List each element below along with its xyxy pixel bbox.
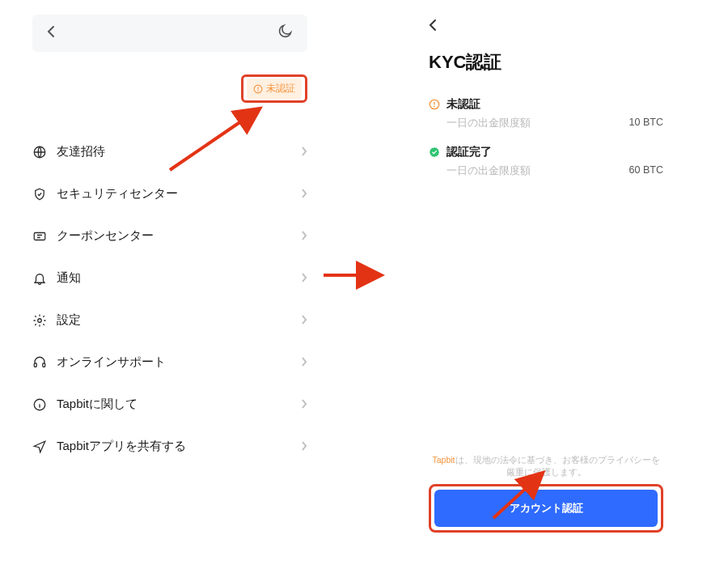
menu-item-label: Tapbitに関して	[57, 397, 138, 412]
menu-item-coupon[interactable]: クーポンセンター	[32, 214, 307, 257]
svg-point-13	[434, 106, 435, 108]
back-icon[interactable]	[429, 19, 437, 35]
verify-icon	[429, 146, 440, 158]
svg-rect-4	[34, 232, 45, 240]
kyc-title: KYC認証	[429, 50, 663, 74]
menu-item-security[interactable]: セキュリティセンター	[32, 172, 307, 214]
tier-name: 未認証	[447, 97, 480, 112]
kyc-tier-unverified: 未認証 一日の出金限度額 10 BTC	[429, 97, 663, 130]
bell-icon	[32, 271, 47, 286]
coupon-icon	[32, 229, 47, 244]
menu-item-label: クーポンセンター	[57, 228, 154, 244]
send-icon	[32, 439, 47, 454]
verification-badge[interactable]: 未認証	[247, 79, 302, 99]
svg-rect-6	[34, 363, 36, 367]
verification-badge-highlight: 未認証	[32, 74, 307, 103]
back-icon[interactable]	[47, 25, 55, 41]
menu-item-notifications[interactable]: 通知	[32, 257, 307, 299]
chevron-right-icon	[301, 229, 307, 244]
menu-item-invite[interactable]: 友達招待	[32, 130, 307, 172]
chevron-right-icon	[301, 271, 307, 286]
menu-item-label: 設定	[57, 312, 81, 328]
settings-menu: 友達招待 セキュリティセンター クーポンセンター 通知	[32, 130, 307, 467]
svg-point-5	[38, 318, 42, 322]
privacy-disclaimer: Tapbitは、現地の法令に基づき、お客様のプライバシーを厳重に保護します。	[429, 454, 663, 480]
svg-point-2	[257, 90, 258, 91]
menu-item-settings[interactable]: 設定	[32, 299, 307, 341]
settings-screen: 未認証 友達招待 セキュリティセンター クーポンセンター	[32, 15, 307, 467]
menu-item-label: セキュリティセンター	[57, 186, 178, 202]
tier-limit-value: 10 BTC	[629, 117, 663, 130]
tier-name: 認証完了	[447, 145, 492, 159]
verification-badge-label: 未認証	[266, 82, 295, 96]
chevron-right-icon	[301, 397, 307, 412]
dark-mode-icon[interactable]	[277, 23, 293, 43]
chevron-right-icon	[301, 313, 307, 328]
chevron-right-icon	[301, 355, 307, 370]
top-bar	[32, 15, 307, 52]
menu-item-label: 友達招待	[57, 144, 105, 159]
brand-name: Tapbit	[432, 455, 455, 465]
alert-icon	[253, 84, 263, 94]
chevron-right-icon	[301, 145, 307, 159]
disclaimer-text: は、現地の法令に基づき、お客様のプライバシーを厳重に保護します。	[455, 455, 660, 478]
menu-item-label: オンラインサポート	[57, 355, 166, 370]
verification-badge-frame: 未認証	[241, 74, 307, 103]
tier-limit-value: 60 BTC	[629, 164, 663, 178]
shield-icon	[32, 187, 47, 202]
chevron-right-icon	[301, 439, 307, 454]
menu-item-label: 通知	[57, 270, 81, 286]
verify-account-button[interactable]: アカウント認証	[434, 490, 658, 527]
kyc-screen: KYC認証 未認証 一日の出金限度額 10 BTC 認証完了 一日の出金限度額 …	[429, 15, 663, 533]
tier-sub-label: 一日の出金限度額	[447, 164, 531, 178]
verify-button-highlight: アカウント認証	[429, 484, 663, 533]
globe-icon	[32, 145, 47, 159]
info-icon	[32, 397, 47, 412]
menu-item-about[interactable]: Tapbitに関して	[32, 383, 307, 425]
headset-icon	[32, 355, 47, 370]
alert-icon	[429, 99, 440, 110]
chevron-right-icon	[301, 187, 307, 202]
menu-item-label: Tapbitアプリを共有する	[57, 439, 186, 454]
gear-icon	[32, 313, 47, 328]
kyc-tier-verified: 認証完了 一日の出金限度額 60 BTC	[429, 145, 663, 178]
tier-sub-label: 一日の出金限度額	[447, 117, 531, 130]
menu-item-support[interactable]: オンラインサポート	[32, 341, 307, 383]
kyc-top-bar	[429, 15, 663, 39]
menu-item-share[interactable]: Tapbitアプリを共有する	[32, 425, 307, 467]
svg-rect-7	[43, 363, 45, 367]
